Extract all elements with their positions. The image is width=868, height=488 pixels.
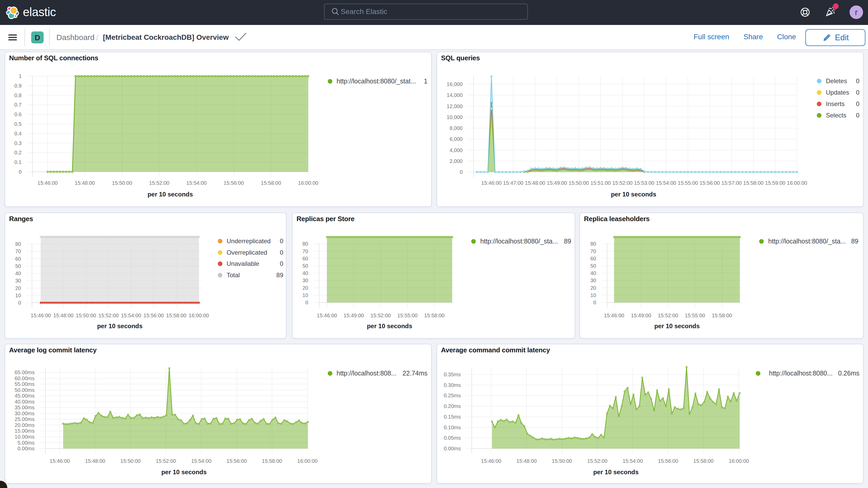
svg-text:15:48:00: 15:48:00 bbox=[525, 180, 545, 186]
svg-text:1: 1 bbox=[424, 78, 428, 85]
svg-text:15:50:00: 15:50:00 bbox=[120, 458, 141, 464]
svg-text:2,000: 2,000 bbox=[450, 158, 463, 164]
svg-text:http://localhost:8080/_sta...: http://localhost:8080/_sta... bbox=[768, 238, 846, 245]
svg-text:Replicas per Store: Replicas per Store bbox=[297, 215, 354, 223]
svg-text:70: 70 bbox=[303, 248, 308, 254]
svg-text:per 10 seconds: per 10 seconds bbox=[97, 323, 143, 330]
svg-text:0.8: 0.8 bbox=[14, 92, 22, 98]
svg-text:60: 60 bbox=[303, 256, 308, 262]
svg-text:15.00ms: 15.00ms bbox=[14, 428, 35, 434]
svg-text:15:47:00: 15:47:00 bbox=[503, 180, 523, 186]
svg-text:45.00ms: 45.00ms bbox=[14, 393, 35, 399]
svg-text:10: 10 bbox=[16, 293, 21, 298]
svg-text:0.35ms: 0.35ms bbox=[444, 372, 461, 377]
svg-text:5.00ms: 5.00ms bbox=[18, 440, 35, 446]
svg-text:0: 0 bbox=[856, 100, 860, 107]
svg-text:30: 30 bbox=[590, 277, 596, 283]
svg-text:15:55:00: 15:55:00 bbox=[685, 313, 705, 318]
svg-text:0.30ms: 0.30ms bbox=[444, 382, 461, 388]
svg-text:0: 0 bbox=[280, 260, 283, 267]
svg-text:20.00ms: 20.00ms bbox=[14, 422, 35, 428]
svg-text:Underreplicated: Underreplicated bbox=[227, 238, 271, 245]
svg-text:Replica leaseholders: Replica leaseholders bbox=[584, 215, 650, 223]
svg-text:0: 0 bbox=[856, 89, 860, 96]
svg-text:15:48:00: 15:48:00 bbox=[516, 458, 537, 464]
svg-text:per 10 seconds: per 10 seconds bbox=[611, 191, 656, 198]
svg-text:16,000: 16,000 bbox=[447, 81, 463, 87]
svg-text:15:54:00: 15:54:00 bbox=[191, 458, 212, 464]
svg-text:10,000: 10,000 bbox=[447, 114, 463, 120]
svg-text:15:52:00: 15:52:00 bbox=[587, 458, 607, 464]
svg-text:15:56:00: 15:56:00 bbox=[658, 458, 678, 464]
svg-text:15:50:00: 15:50:00 bbox=[76, 313, 96, 318]
svg-text:15:54:00: 15:54:00 bbox=[623, 458, 643, 464]
svg-text:15:58:00: 15:58:00 bbox=[262, 458, 282, 464]
svg-text:15:48:00: 15:48:00 bbox=[74, 180, 95, 186]
svg-text:50.00ms: 50.00ms bbox=[14, 387, 35, 393]
svg-text:per 10 seconds: per 10 seconds bbox=[654, 323, 700, 330]
svg-text:80: 80 bbox=[590, 241, 596, 247]
svg-text:Number of SQL connections: Number of SQL connections bbox=[9, 54, 98, 62]
svg-text:0: 0 bbox=[856, 112, 860, 119]
svg-text:SQL queries: SQL queries bbox=[441, 54, 480, 62]
svg-text:1: 1 bbox=[19, 73, 22, 79]
svg-text:15:49:00: 15:49:00 bbox=[631, 313, 651, 318]
svg-text:0.7: 0.7 bbox=[14, 102, 22, 108]
svg-text:http://localhost:8080...: http://localhost:8080... bbox=[769, 369, 833, 377]
svg-text:Ranges: Ranges bbox=[9, 215, 33, 223]
svg-text:per 10 seconds: per 10 seconds bbox=[161, 468, 207, 476]
svg-text:8,000: 8,000 bbox=[450, 125, 463, 131]
svg-text:89: 89 bbox=[276, 272, 283, 279]
svg-text:16:00:00: 16:00:00 bbox=[729, 458, 749, 464]
svg-text:15:59:00: 15:59:00 bbox=[765, 180, 785, 186]
svg-text:15:58:00: 15:58:00 bbox=[424, 313, 444, 318]
svg-text:15:57:00: 15:57:00 bbox=[721, 180, 742, 186]
svg-text:Deletes: Deletes bbox=[826, 78, 847, 85]
svg-text:65.00ms: 65.00ms bbox=[14, 369, 35, 375]
svg-text:15:56:00: 15:56:00 bbox=[223, 180, 244, 186]
svg-text:40: 40 bbox=[16, 271, 21, 276]
svg-text:Inserts: Inserts bbox=[826, 100, 845, 107]
svg-text:15:46:00: 15:46:00 bbox=[37, 180, 58, 186]
svg-text:0.6: 0.6 bbox=[14, 112, 22, 117]
svg-text:0: 0 bbox=[593, 300, 596, 305]
svg-text:0.1: 0.1 bbox=[14, 159, 22, 165]
svg-text:20: 20 bbox=[303, 285, 308, 291]
svg-text:70: 70 bbox=[590, 248, 596, 254]
svg-text:0.26ms: 0.26ms bbox=[838, 369, 860, 377]
svg-text:89: 89 bbox=[564, 238, 571, 245]
svg-text:0.20ms: 0.20ms bbox=[444, 403, 461, 409]
svg-text:30: 30 bbox=[16, 278, 21, 283]
svg-text:60: 60 bbox=[16, 256, 21, 262]
svg-text:55.00ms: 55.00ms bbox=[14, 381, 35, 387]
svg-text:0: 0 bbox=[856, 78, 860, 85]
svg-text:10: 10 bbox=[590, 292, 596, 298]
svg-text:0.9: 0.9 bbox=[14, 83, 22, 89]
svg-text:10: 10 bbox=[303, 292, 308, 298]
svg-text:35.00ms: 35.00ms bbox=[14, 404, 35, 410]
svg-text:20: 20 bbox=[16, 285, 21, 291]
svg-text:15:46:00: 15:46:00 bbox=[50, 458, 70, 464]
svg-text:80: 80 bbox=[16, 241, 21, 247]
svg-text:60: 60 bbox=[590, 256, 596, 262]
svg-text:80: 80 bbox=[303, 241, 308, 247]
svg-text:16:00:00: 16:00:00 bbox=[189, 313, 209, 318]
svg-text:15:58:00: 15:58:00 bbox=[712, 313, 732, 318]
svg-text:10.00ms: 10.00ms bbox=[14, 434, 35, 440]
svg-text:15:55:00: 15:55:00 bbox=[397, 313, 417, 318]
svg-text:16:00:00: 16:00:00 bbox=[298, 180, 318, 186]
svg-text:15:52:00: 15:52:00 bbox=[149, 180, 169, 186]
svg-text:per 10 seconds: per 10 seconds bbox=[367, 323, 412, 330]
svg-text:50: 50 bbox=[303, 263, 308, 269]
svg-text:http://localhost:808...: http://localhost:808... bbox=[337, 369, 397, 377]
svg-text:Selects: Selects bbox=[826, 112, 846, 119]
svg-text:30.00ms: 30.00ms bbox=[14, 410, 35, 416]
svg-text:15:48:00: 15:48:00 bbox=[85, 458, 105, 464]
svg-text:15:56:00: 15:56:00 bbox=[227, 458, 247, 464]
svg-text:15:46:00: 15:46:00 bbox=[31, 313, 51, 318]
svg-text:per 10 seconds: per 10 seconds bbox=[148, 191, 193, 198]
svg-text:Total: Total bbox=[227, 272, 240, 279]
svg-text:0.05ms: 0.05ms bbox=[444, 435, 461, 441]
svg-text:Updates: Updates bbox=[826, 89, 849, 96]
svg-text:15:56:00: 15:56:00 bbox=[700, 180, 720, 186]
